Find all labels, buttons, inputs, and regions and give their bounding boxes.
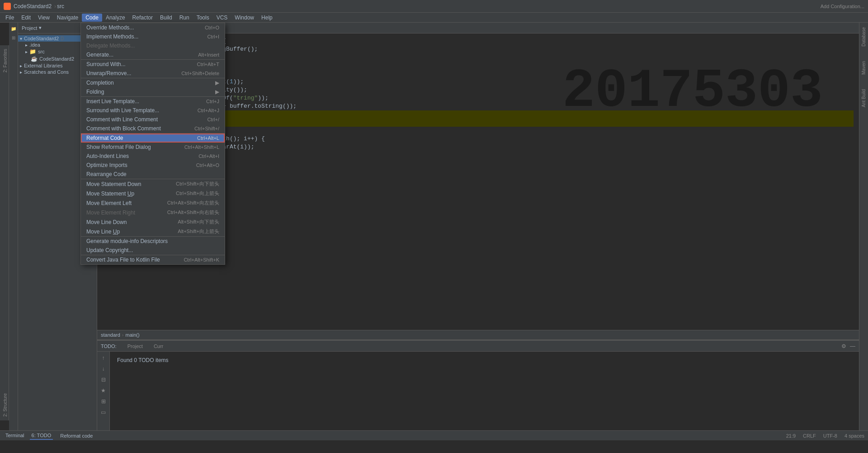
menu-auto-indent[interactable]: Auto-Indent Lines Ctrl+Alt+I bbox=[81, 152, 225, 161]
menu-file[interactable]: File bbox=[2, 14, 18, 22]
title-bar: CodeStandard2 › src Add Configuration... bbox=[0, 0, 868, 13]
src-folder-icon: 📁 bbox=[29, 48, 36, 55]
project-name: CodeStandard2 bbox=[14, 3, 52, 10]
menu-unwrap-remove[interactable]: Unwrap/Remove... Ctrl+Shift+Delete bbox=[81, 69, 225, 78]
menu-analyze[interactable]: Analyze bbox=[102, 14, 129, 22]
collapse-button[interactable]: ▭ bbox=[99, 408, 108, 417]
menu-window[interactable]: Window bbox=[231, 14, 258, 22]
menu-generate[interactable]: Generate... Alt+Insert bbox=[81, 50, 225, 59]
menu-show-reformat-dialog[interactable]: Show Reformat File Dialog Ctrl+Alt+Shift… bbox=[81, 143, 225, 152]
bc-sep: › bbox=[122, 332, 124, 338]
tree-label-extlibs: External Libraries bbox=[24, 63, 63, 68]
status-bar: Terminal 6: TODO Reformat code 21:9 CRLF… bbox=[0, 430, 868, 440]
bottom-toolbar-bar: ↑ ↓ ⊟ ★ ⊞ ▭ bbox=[97, 352, 110, 430]
project-dropdown-icon[interactable]: ▾ bbox=[39, 25, 42, 31]
status-left: Terminal 6: TODO Reformat code bbox=[4, 432, 93, 440]
scroll-up-button[interactable]: ↑ bbox=[99, 353, 108, 362]
menu-move-line-down[interactable]: Move Line Down Alt+Shift+向下箭头 bbox=[81, 217, 225, 227]
tree-expand-src: ▸ bbox=[25, 49, 28, 54]
status-linesep: CRLF bbox=[803, 433, 816, 439]
close-bottom-icon[interactable]: — bbox=[850, 343, 855, 349]
menu-move-line-up[interactable]: Move Line Up Alt+Shift+向上箭头 bbox=[81, 227, 225, 236]
right-sidebar: Database Maven Ant Build bbox=[859, 23, 868, 430]
menu-edit[interactable]: Edit bbox=[18, 14, 34, 22]
group-button[interactable]: ⊞ bbox=[99, 397, 108, 406]
menu-comment-block[interactable]: Comment with Block Comment Ctrl+Shift+/ bbox=[81, 124, 225, 133]
menu-move-stmt-up[interactable]: Move Statement Up Ctrl+Shift+向上箭头 bbox=[81, 189, 225, 198]
menu-convert-kotlin[interactable]: Convert Java File to Kotlin File Ctrl+Al… bbox=[81, 255, 225, 264]
todo-tab[interactable]: 6: TODO bbox=[30, 432, 53, 440]
menu-help[interactable]: Help bbox=[258, 14, 276, 22]
app-logo bbox=[4, 3, 11, 10]
menu-move-elem-left[interactable]: Move Element Left Ctrl+Alt+Shift+向左箭头 bbox=[81, 198, 225, 208]
terminal-tab[interactable]: Terminal bbox=[4, 432, 26, 440]
menu-override-methods[interactable]: Override Methods... Ctrl+O bbox=[81, 23, 225, 32]
right-tab-database[interactable]: Database bbox=[860, 24, 867, 49]
right-tab-maven[interactable]: Maven bbox=[860, 58, 867, 77]
favorites-tab-2[interactable]: 2: Structure bbox=[0, 390, 9, 420]
bottom-content: Found 0 TODO items bbox=[110, 352, 859, 430]
bottom-layout: ↑ ↓ ⊟ ★ ⊞ ▭ Found 0 TODO items bbox=[97, 352, 859, 430]
menu-completion[interactable]: Completion ▶ bbox=[81, 78, 225, 87]
breadcrumb-sep: › bbox=[54, 3, 56, 10]
add-config-button[interactable]: Add Configuration... bbox=[821, 4, 864, 9]
menu-vcs[interactable]: VCS bbox=[213, 14, 231, 22]
bottom-panel-controls: ⚙ — bbox=[841, 343, 855, 349]
status-position: 21:9 bbox=[786, 433, 796, 439]
project-label: Project bbox=[22, 25, 37, 31]
menu-section-4: Insert Live Template... Ctrl+J Surround … bbox=[81, 97, 225, 134]
menu-view[interactable]: View bbox=[34, 14, 53, 22]
menu-update-copyright[interactable]: Update Copyright... bbox=[81, 246, 225, 255]
tree-label-src: src bbox=[38, 49, 45, 54]
menu-optimize-imports[interactable]: Optimize Imports Ctrl+Alt+O bbox=[81, 161, 225, 170]
breadcrumb-bar: standard › main() bbox=[97, 330, 859, 340]
status-right: 21:9 CRLF UTF-8 4 spaces bbox=[786, 433, 864, 439]
menu-surround-with[interactable]: Surround With... Ctrl+Alt+T bbox=[81, 60, 225, 69]
menu-comment-line[interactable]: Comment with Line Comment Ctrl+/ bbox=[81, 115, 225, 124]
menu-folding[interactable]: Folding ▶ bbox=[81, 87, 225, 96]
bottom-tab-todo[interactable]: TODO: bbox=[101, 343, 117, 349]
menu-section-2: Surround With... Ctrl+Alt+T Unwrap/Remov… bbox=[81, 60, 225, 78]
bottom-panel: TODO: Project Curr ⚙ — ↑ ↓ ⊟ ★ ⊞ ▭ bbox=[97, 340, 859, 430]
menu-build[interactable]: Build bbox=[156, 14, 176, 22]
menu-section-6: Move Statement Down Ctrl+Shift+向下箭头 Move… bbox=[81, 179, 225, 237]
menu-move-stmt-down[interactable]: Move Statement Down Ctrl+Shift+向下箭头 bbox=[81, 179, 225, 189]
menu-section-3: Completion ▶ Folding ▶ bbox=[81, 78, 225, 97]
menu-tools[interactable]: Tools bbox=[193, 14, 213, 22]
menu-surround-live-template[interactable]: Surround with Live Template... Ctrl+Alt+… bbox=[81, 106, 225, 115]
tree-label-idea: .idea bbox=[29, 42, 40, 48]
menu-insert-live-template[interactable]: Insert Live Template... Ctrl+J bbox=[81, 97, 225, 106]
menu-refactor[interactable]: Refactor bbox=[129, 14, 156, 22]
status-indent: 4 spaces bbox=[844, 433, 864, 439]
src-label: src bbox=[57, 3, 64, 10]
menu-code[interactable]: Code bbox=[82, 14, 102, 22]
menu-move-elem-right: Move Element Right Ctrl+Alt+Shift+向右箭头 bbox=[81, 208, 225, 217]
menu-implement-methods[interactable]: Implement Methods... Ctrl+I bbox=[81, 32, 225, 41]
tree-expand-extlibs: ▸ bbox=[20, 63, 22, 68]
tree-label-codemain: CodeStandard2 bbox=[39, 56, 74, 62]
menu-section-8: Convert Java File to Kotlin File Ctrl+Al… bbox=[81, 255, 225, 264]
settings-icon[interactable]: ⚙ bbox=[841, 343, 846, 349]
menu-section-5: Reformat Code Ctrl+Alt+L Show Reformat F… bbox=[81, 134, 225, 179]
menu-rearrange-code[interactable]: Rearrange Code bbox=[81, 170, 225, 179]
right-tab-antbuild[interactable]: Ant Build bbox=[860, 86, 867, 110]
pin-button[interactable]: ★ bbox=[99, 386, 108, 395]
menu-reformat-code[interactable]: Reformat Code Ctrl+Alt+L bbox=[81, 134, 225, 143]
left-icons: 📁 ⊞ bbox=[9, 23, 18, 430]
menu-navigate[interactable]: Navigate bbox=[53, 14, 82, 22]
bottom-tab-project[interactable]: Project bbox=[127, 343, 143, 349]
tree-label-scratches: Scratches and Cons bbox=[24, 69, 69, 75]
bottom-tabs: TODO: Project Curr ⚙ — bbox=[97, 341, 859, 352]
bottom-tab-curr[interactable]: Curr bbox=[154, 343, 163, 349]
scroll-down-button[interactable]: ↓ bbox=[99, 364, 108, 373]
menu-generate-module-info[interactable]: Generate module-info Descriptors bbox=[81, 237, 225, 246]
favorites-tab-1[interactable]: 2: Favorites bbox=[0, 45, 9, 76]
java-file-icon: ☕ bbox=[31, 56, 38, 62]
project-icon[interactable]: 📁 bbox=[9, 24, 18, 33]
menu-run[interactable]: Run bbox=[176, 14, 193, 22]
structure-icon[interactable]: ⊞ bbox=[9, 33, 18, 42]
menu-section-7: Generate module-info Descriptors Update … bbox=[81, 237, 225, 255]
tree-extra: D bbox=[61, 36, 64, 41]
bc-method: main() bbox=[125, 332, 139, 338]
filter-button[interactable]: ⊟ bbox=[99, 375, 108, 384]
